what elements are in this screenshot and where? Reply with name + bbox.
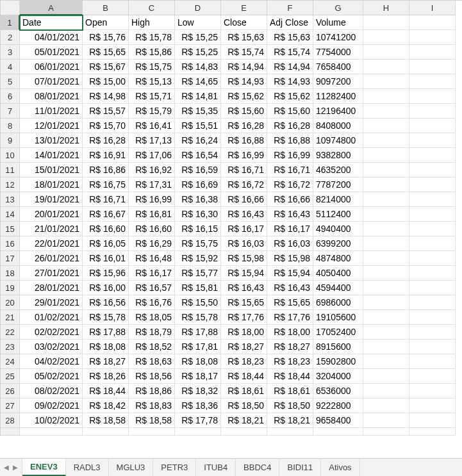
cell-I28[interactable] (409, 413, 456, 428)
cell-H6[interactable] (363, 89, 409, 104)
cell-A17[interactable]: 26/01/2021 (20, 251, 83, 266)
cell-I11[interactable] (409, 163, 456, 177)
cell-E1[interactable]: Close (221, 15, 267, 30)
cell-D14[interactable]: R$ 16,30 (175, 207, 221, 222)
cell-B4[interactable]: R$ 15,67 (83, 60, 129, 74)
cell-D9[interactable]: R$ 16,24 (175, 133, 221, 148)
cell-B16[interactable]: R$ 16,05 (83, 236, 129, 251)
cell-I27[interactable] (409, 398, 456, 413)
cell-B2[interactable]: R$ 15,76 (83, 30, 129, 45)
cell-E19[interactable]: R$ 16,43 (221, 281, 267, 295)
cell-G23[interactable]: 8915600 (313, 340, 363, 354)
cell-partial-I[interactable] (409, 428, 456, 436)
cell-E20[interactable]: R$ 15,65 (221, 295, 267, 310)
cell-A13[interactable]: 19/01/2021 (20, 192, 83, 207)
cell-D24[interactable]: R$ 18,08 (175, 354, 221, 369)
cell-G8[interactable]: 8408000 (313, 119, 363, 133)
cell-B11[interactable]: R$ 16,86 (83, 163, 129, 177)
cell-B9[interactable]: R$ 16,28 (83, 133, 129, 148)
cell-D13[interactable]: R$ 16,38 (175, 192, 221, 207)
cell-A19[interactable]: 28/01/2021 (20, 281, 83, 295)
cell-H11[interactable] (363, 163, 409, 177)
cell-F16[interactable]: R$ 16,03 (267, 236, 313, 251)
cell-A24[interactable]: 04/02/2021 (20, 354, 83, 369)
cell-E8[interactable]: R$ 16,28 (221, 119, 267, 133)
cell-I23[interactable] (409, 340, 456, 354)
cell-G4[interactable]: 7658400 (313, 60, 363, 74)
cell-B12[interactable]: R$ 16,75 (83, 177, 129, 192)
cell-F18[interactable]: R$ 15,94 (267, 266, 313, 281)
cell-E16[interactable]: R$ 16,03 (221, 236, 267, 251)
cell-A2[interactable]: 04/01/2021 (20, 30, 83, 45)
cell-E5[interactable]: R$ 14,93 (221, 74, 267, 89)
row-header-7[interactable]: 7 (1, 104, 20, 119)
cell-H8[interactable] (363, 119, 409, 133)
row-header-24[interactable]: 24 (1, 354, 20, 369)
cell-A15[interactable]: 21/01/2021 (20, 222, 83, 236)
cell-A25[interactable]: 05/02/2021 (20, 369, 83, 384)
row-header-13[interactable]: 13 (1, 192, 20, 207)
cell-I4[interactable] (409, 60, 456, 74)
cell-G13[interactable]: 8214000 (313, 192, 363, 207)
cell-D21[interactable]: R$ 15,78 (175, 310, 221, 325)
row-header-22[interactable]: 22 (1, 325, 20, 340)
cell-I21[interactable] (409, 310, 456, 325)
cell-I12[interactable] (409, 177, 456, 192)
cell-D18[interactable]: R$ 15,77 (175, 266, 221, 281)
cell-G14[interactable]: 5112400 (313, 207, 363, 222)
row-header-12[interactable]: 12 (1, 177, 20, 192)
cell-C9[interactable]: R$ 17,13 (129, 133, 175, 148)
row-header-2[interactable]: 2 (1, 30, 20, 45)
cell-G25[interactable]: 3204000 (313, 369, 363, 384)
cell-E3[interactable]: R$ 15,74 (221, 45, 267, 60)
cell-C11[interactable]: R$ 16,92 (129, 163, 175, 177)
cell-E18[interactable]: R$ 15,94 (221, 266, 267, 281)
cell-G5[interactable]: 9097200 (313, 74, 363, 89)
cell-F1[interactable]: Adj Close (267, 15, 313, 30)
cell-I9[interactable] (409, 133, 456, 148)
row-header-8[interactable]: 8 (1, 119, 20, 133)
cell-F10[interactable]: R$ 16,99 (267, 148, 313, 163)
row-header-4[interactable]: 4 (1, 60, 20, 74)
cell-F7[interactable]: R$ 15,60 (267, 104, 313, 119)
cell-G18[interactable]: 4050400 (313, 266, 363, 281)
cell-D3[interactable]: R$ 15,25 (175, 45, 221, 60)
cell-I10[interactable] (409, 148, 456, 163)
cell-D23[interactable]: R$ 17,81 (175, 340, 221, 354)
column-header-D[interactable]: D (175, 1, 221, 15)
cell-C3[interactable]: R$ 15,86 (129, 45, 175, 60)
cell-A1[interactable]: Date (20, 15, 83, 30)
cell-A3[interactable]: 05/01/2021 (20, 45, 83, 60)
cell-F4[interactable]: R$ 14,94 (267, 60, 313, 74)
cell-C14[interactable]: R$ 16,81 (129, 207, 175, 222)
cell-D26[interactable]: R$ 18,32 (175, 384, 221, 398)
cell-C16[interactable]: R$ 16,29 (129, 236, 175, 251)
cell-G15[interactable]: 4940400 (313, 222, 363, 236)
cell-B8[interactable]: R$ 15,70 (83, 119, 129, 133)
cell-A4[interactable]: 06/01/2021 (20, 60, 83, 74)
cell-E27[interactable]: R$ 18,50 (221, 398, 267, 413)
cell-A27[interactable]: 09/02/2021 (20, 398, 83, 413)
sheet-tab-MGLU3[interactable]: MGLU3 (109, 459, 154, 476)
cell-A16[interactable]: 22/01/2021 (20, 236, 83, 251)
cell-A9[interactable]: 13/01/2021 (20, 133, 83, 148)
cell-C13[interactable]: R$ 16,99 (129, 192, 175, 207)
cell-C18[interactable]: R$ 16,17 (129, 266, 175, 281)
cell-partial-H[interactable] (363, 428, 409, 436)
cell-H13[interactable] (363, 192, 409, 207)
cell-I15[interactable] (409, 222, 456, 236)
cell-D17[interactable]: R$ 15,92 (175, 251, 221, 266)
cell-A14[interactable]: 20/01/2021 (20, 207, 83, 222)
cell-C25[interactable]: R$ 18,56 (129, 369, 175, 384)
cell-F11[interactable]: R$ 16,71 (267, 163, 313, 177)
column-header-G[interactable]: G (313, 1, 363, 15)
cell-G26[interactable]: 6536000 (313, 384, 363, 398)
cell-G10[interactable]: 9382800 (313, 148, 363, 163)
cell-F13[interactable]: R$ 16,66 (267, 192, 313, 207)
cell-H17[interactable] (363, 251, 409, 266)
row-header-28[interactable]: 28 (1, 413, 20, 428)
row-header-23[interactable]: 23 (1, 340, 20, 354)
tab-prev-icon[interactable]: ◀ (4, 464, 9, 471)
cell-E7[interactable]: R$ 15,60 (221, 104, 267, 119)
row-header-14[interactable]: 14 (1, 207, 20, 222)
